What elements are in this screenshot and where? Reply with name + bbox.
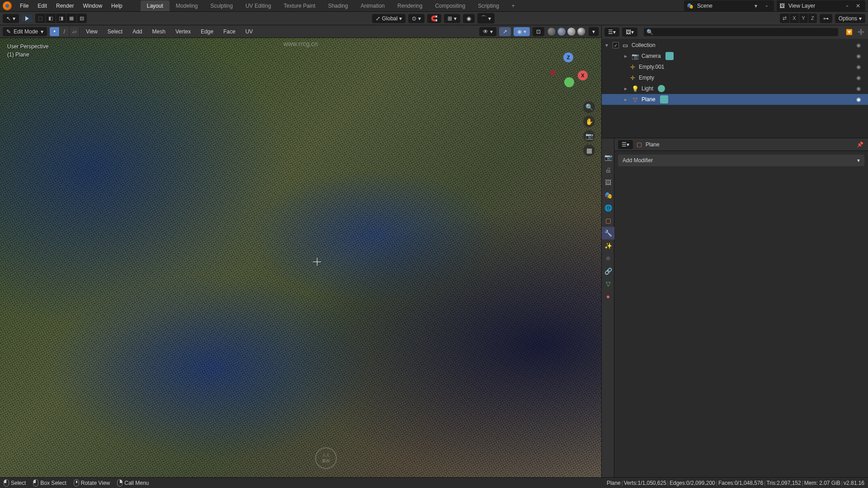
workspace-tab-shading[interactable]: Shading — [322, 0, 354, 11]
visibility-eye-icon[interactable]: ◉ — [856, 53, 864, 59]
workspace-tab-rendering[interactable]: Rendering — [391, 0, 429, 11]
orientation-dropdown[interactable]: ⤢ Global ▾ — [372, 14, 406, 23]
outliner-item-camera[interactable]: ▸ 📷 Camera ◉ — [602, 51, 868, 61]
shading-solid[interactable] — [557, 27, 566, 36]
blender-logo-icon[interactable] — [3, 1, 12, 10]
workspace-tab-layout[interactable]: Layout — [141, 0, 170, 11]
tab-render[interactable]: 📷 — [602, 151, 614, 164]
tab-output[interactable]: 🖨 — [602, 164, 614, 176]
outliner-item-plane[interactable]: ▸ ▽ Plane ◉ — [602, 94, 868, 105]
mode-selector[interactable]: ✎ Edit Mode ▾ — [3, 27, 47, 36]
gizmo-z-axis[interactable]: Z — [563, 52, 573, 62]
mirror-y[interactable]: Y — [799, 14, 808, 23]
workspace-tab-compositing[interactable]: Compositing — [429, 0, 472, 11]
viewport-menu-view[interactable]: View — [82, 27, 101, 37]
gizmo-toggle[interactable]: ↗ — [499, 27, 511, 36]
scene-selector[interactable]: 🎭 ▾ ▫ — [684, 0, 774, 11]
tab-mesh-data[interactable]: ▽ — [602, 277, 614, 290]
tab-particles[interactable]: ✨ — [602, 239, 614, 252]
viewlayer-new-icon[interactable]: ▫ — [843, 1, 852, 10]
select-edge[interactable]: / — [60, 27, 70, 36]
outliner-filter-icon[interactable]: 🔽 — [844, 28, 854, 37]
outliner-display-mode[interactable]: 🖼▾ — [622, 28, 637, 37]
outliner-new-collection-icon[interactable]: ➕ — [856, 28, 865, 37]
viewport-menu-edge[interactable]: Edge — [197, 27, 217, 37]
snap-element-dropdown[interactable]: ⊞▾ — [444, 14, 460, 23]
workspace-tab-uvediting[interactable]: UV Editing — [239, 0, 278, 11]
mirror-x[interactable]: X — [790, 14, 799, 23]
select-mode-3[interactable]: ◨ — [56, 14, 66, 23]
shading-options-dropdown[interactable]: ▾ — [589, 27, 599, 36]
mirror-icon-btn[interactable]: ⇄ — [780, 14, 790, 23]
outliner-editor-type[interactable]: ☰▾ — [604, 28, 619, 37]
disclosure-icon[interactable]: ▸ — [624, 53, 629, 59]
tab-modifiers[interactable]: 🔧 — [602, 227, 614, 239]
workspace-tab-add[interactable]: + — [505, 0, 521, 11]
pin-icon[interactable]: 📌 — [855, 140, 864, 149]
select-face[interactable]: ▱ — [70, 27, 80, 36]
proportional-toggle[interactable]: ◉ — [463, 14, 475, 23]
workspace-tab-sculpting[interactable]: Sculpting — [204, 0, 239, 11]
camera-view-icon[interactable]: 📷 — [583, 130, 595, 142]
scene-name-input[interactable] — [695, 2, 750, 10]
perspective-toggle-icon[interactable]: ▦ — [583, 145, 595, 156]
workspace-tab-modeling[interactable]: Modeling — [170, 0, 204, 11]
overlays-toggle[interactable]: ◉▾ — [514, 27, 530, 36]
view-object-types[interactable]: 👁▾ — [479, 27, 496, 36]
visibility-eye-icon[interactable]: ◉ — [856, 96, 864, 103]
properties-editor-type[interactable]: ☰▾ — [618, 140, 633, 149]
scene-browse-icon[interactable]: ▾ — [751, 1, 760, 10]
menu-help[interactable]: Help — [107, 1, 127, 11]
visibility-eye-icon[interactable]: ◉ — [856, 85, 864, 92]
outliner-item-empty001[interactable]: ✛ Empty.001 ◉ — [602, 61, 868, 72]
select-mode-5[interactable]: ▨ — [77, 14, 87, 23]
zoom-icon[interactable]: 🔍 — [583, 101, 595, 113]
gizmo-x-axis[interactable]: X — [578, 70, 588, 80]
outliner-search-input[interactable] — [655, 29, 835, 35]
tab-world[interactable]: 🌐 — [602, 202, 614, 214]
menu-window[interactable]: Window — [78, 1, 107, 11]
pivot-dropdown[interactable]: ⊙▾ — [408, 14, 425, 23]
workspace-tab-animation[interactable]: Animation — [354, 0, 391, 11]
tab-constraints[interactable]: 🔗 — [602, 265, 614, 277]
cursor-tool-dropdown[interactable]: ↖▾ — [3, 14, 19, 23]
menu-edit[interactable]: Edit — [33, 1, 52, 11]
select-mode-4[interactable]: ▦ — [66, 14, 77, 23]
select-vertex[interactable]: • — [50, 27, 60, 36]
tab-physics[interactable]: ⚛ — [602, 252, 614, 265]
shading-matprev[interactable] — [567, 27, 576, 36]
viewport-menu-face[interactable]: Face — [220, 27, 239, 37]
disclosure-icon[interactable]: ▾ — [605, 42, 610, 48]
mesh-data-icon[interactable] — [660, 95, 668, 103]
select-mode-1[interactable]: ⬚ — [35, 14, 46, 23]
collection-enable-checkbox[interactable] — [613, 42, 619, 48]
play-button[interactable] — [22, 15, 33, 22]
options-dropdown[interactable]: Options ▾ — [835, 14, 865, 23]
viewlayer-name-input[interactable] — [787, 2, 841, 10]
outliner-item-empty[interactable]: ✛ Empty ◉ — [602, 72, 868, 83]
automerge-toggle[interactable]: ⊶ — [820, 14, 832, 23]
pan-icon[interactable]: ✋ — [583, 116, 595, 127]
viewport-menu-uv[interactable]: UV — [242, 27, 257, 37]
viewlayer-delete-icon[interactable]: ✕ — [854, 1, 863, 10]
outliner-scene-collection[interactable]: ▾ ▭ Collection ◉ — [602, 40, 868, 51]
gizmo-y-axis[interactable] — [564, 77, 574, 87]
mirror-z[interactable]: Z — [808, 14, 817, 23]
outliner-search[interactable]: 🔍 — [644, 28, 838, 36]
viewport-menu-vertex[interactable]: Vertex — [172, 27, 194, 37]
shading-rendered[interactable] — [577, 27, 586, 36]
workspace-tab-texpaint[interactable]: Texture Paint — [278, 0, 322, 11]
workspace-tab-scripting[interactable]: Scripting — [472, 0, 505, 11]
camera-data-icon[interactable] — [665, 52, 674, 60]
visibility-eye-icon[interactable]: ◉ — [856, 64, 864, 70]
tab-scene[interactable]: 🎭 — [602, 189, 614, 202]
viewlayer-selector[interactable]: 🖼 ▫ ✕ — [777, 0, 865, 11]
shading-wireframe[interactable] — [547, 27, 556, 36]
menu-render[interactable]: Render — [52, 1, 78, 11]
navigation-gizmo[interactable]: Z X — [548, 52, 589, 93]
viewport-menu-select[interactable]: Select — [104, 27, 126, 37]
viewport-menu-add[interactable]: Add — [129, 27, 146, 37]
tab-object[interactable]: ▢ — [602, 214, 614, 227]
disclosure-icon[interactable]: ▸ — [624, 96, 629, 103]
light-data-icon[interactable] — [658, 85, 665, 92]
